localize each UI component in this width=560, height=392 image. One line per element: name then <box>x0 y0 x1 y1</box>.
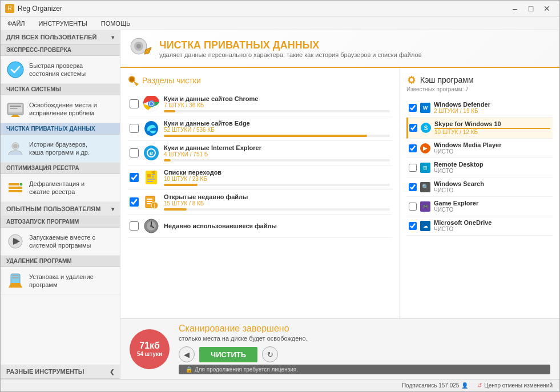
wsearch-name: Windows Search <box>434 180 550 187</box>
sidebar-section-uninstall: УДАЛЕНИЕ ПРОГРАММ <box>1 256 120 267</box>
page-subtitle: удаляет данные персонального характера, … <box>159 51 422 58</box>
sidebar-item-autorun[interactable]: Запускаемые вместе с системой программы <box>1 228 120 256</box>
menu-help[interactable]: ПОМОЩЬ <box>99 19 133 28</box>
windows-media-player-icon: ▶ <box>420 143 430 153</box>
list-item: Списки переходов 10 ШТУК / 23 КБ <box>127 165 392 190</box>
autorun-icon <box>6 232 25 250</box>
svg-rect-10 <box>9 190 22 192</box>
registry-subtitle: сжатие реестра <box>29 188 84 196</box>
clean-button[interactable]: ЧИСТИТЬ <box>199 347 257 362</box>
svg-rect-4 <box>10 108 18 109</box>
svg-rect-9 <box>9 187 22 189</box>
recentused-checkbox[interactable] <box>130 221 139 231</box>
wsearch-status: ЧИСТО <box>434 187 550 193</box>
list-item: ! Открытые недавно файлы 15 ШТУК / 8 КБ <box>127 190 392 215</box>
jumplists-progress-wrap <box>164 184 390 186</box>
sidebar-item-registry[interactable]: Дефрагментация и сжатие реестра <box>1 174 120 202</box>
undo-center[interactable]: ↺ Центр отмены изменений <box>477 382 553 389</box>
back-button[interactable]: ◀ <box>179 346 195 362</box>
license-bar: 🔒 Для продолжения требуется лицензия. <box>179 365 550 374</box>
right-panel-subtitle: Известных программ: 7 <box>406 86 553 92</box>
express-subtitle: состояния системы <box>29 70 86 78</box>
main-window: R Reg Organizer – □ ✕ ФАЙЛ ИНСТРУМЕНТЫ П… <box>0 0 560 392</box>
onedrive-icon: ☁ <box>420 221 430 231</box>
app-icon: R <box>5 4 14 13</box>
recent-files-icon: ! <box>143 194 159 210</box>
recent-checkbox[interactable] <box>130 197 139 207</box>
sidebar-section-express: ЭКСПРЕСС-ПРОВЕРКА <box>1 45 120 56</box>
jumplists-item-name: Списки переходов <box>164 169 390 176</box>
rd-name: Remote Desktop <box>434 161 550 168</box>
svg-text:e: e <box>150 149 153 156</box>
sidebar-header-advanced[interactable]: ОПЫТНЫМ ПОЛЬЗОВАТЕЛЯМ ▾ <box>1 202 120 216</box>
lock-icon: 🔒 <box>186 366 192 373</box>
od-name: Microsoft OneDrive <box>434 219 550 226</box>
svg-point-24 <box>130 77 134 82</box>
scan-count: 54 штуки <box>137 351 162 357</box>
clean-title: Освобождение места и <box>29 101 97 109</box>
autorun-title: Запускаемые вместе с <box>29 233 95 241</box>
od-checkbox[interactable] <box>409 222 417 230</box>
uninstall-icon <box>6 272 25 290</box>
sidebar-section-autorun: АВТОЗАПУСК ПРОГРАММ <box>1 216 120 228</box>
game-checkbox[interactable] <box>409 203 417 211</box>
wd-checkbox[interactable] <box>409 104 417 112</box>
sidebar-header-all-users[interactable]: ДЛЯ ВСЕХ ПОЛЬЗОВАТЕЛЕЙ ▾ <box>1 30 120 45</box>
sidebar-item-private-data[interactable]: Истории браузеров, кэша программ и др. <box>1 135 120 163</box>
menu-tools[interactable]: ИНСТРУМЕНТЫ <box>37 19 90 28</box>
skype-checkbox[interactable] <box>409 124 417 132</box>
sidebar-item-express[interactable]: Быстрая проверка состояния системы <box>1 56 120 84</box>
svg-rect-36 <box>147 174 151 177</box>
chevron-down-icon: ▾ <box>111 34 114 41</box>
sidebar-section-clean: ЧИСТКА СИСТЕМЫ <box>1 84 120 95</box>
sidebar-item-clean-system[interactable]: Освобождение места и исправление проблем <box>1 95 120 123</box>
ie-checkbox[interactable] <box>130 148 139 157</box>
jumplists-icon <box>143 169 159 185</box>
cache-item: 🎮 Game Explorer ЧИСТО <box>406 197 553 216</box>
recentused-item-name: Недавно использовавшиеся файлы <box>164 223 390 229</box>
list-item: Куки и данные сайтов Edge 52 ШТУКИ / 536… <box>127 116 392 141</box>
content-header: ЧИСТКА ПРИВАТНЫХ ДАННЫХ удаляет данные п… <box>120 30 559 68</box>
svg-rect-42 <box>147 199 152 200</box>
svg-rect-3 <box>10 106 21 107</box>
cache-item: ☁ Microsoft OneDrive ЧИСТО <box>406 216 553 236</box>
sidebar-item-uninstall[interactable]: Установка и удаление программ <box>1 267 120 295</box>
close-button[interactable]: ✕ <box>539 1 555 17</box>
wmp-checkbox[interactable] <box>409 144 417 152</box>
svg-rect-39 <box>147 179 155 180</box>
content-header-icon <box>130 37 152 60</box>
recent-item-count: 15 ШТУК / 8 КБ <box>164 200 390 207</box>
svg-marker-5 <box>11 115 20 117</box>
chrome-item-name: Куки и данные сайтов Chrome <box>164 95 390 102</box>
refresh-button[interactable]: ↻ <box>262 346 278 362</box>
rd-checkbox[interactable] <box>409 164 417 172</box>
edge-checkbox[interactable] <box>130 124 139 133</box>
minimize-button[interactable]: – <box>507 1 523 17</box>
wmp-name: Windows Media Player <box>434 142 550 148</box>
svg-rect-44 <box>147 203 151 204</box>
scan-circle: 71кб 54 штуки <box>130 329 170 369</box>
skype-name: Skype for Windows 10 <box>434 120 550 129</box>
maximize-button[interactable]: □ <box>523 1 539 17</box>
ie-icon: e <box>143 145 159 161</box>
jumplists-checkbox[interactable] <box>130 173 139 182</box>
private-data-icon <box>6 139 25 157</box>
menu-file[interactable]: ФАЙЛ <box>5 19 27 28</box>
undo-icon: ↺ <box>477 382 482 389</box>
edge-item-count: 52 ШТУКИ / 536 КБ <box>164 127 390 133</box>
clean-system-icon <box>6 100 25 118</box>
sidebar-misc-tools[interactable]: РАЗНЫЕ ИНСТРУМЕНТЫ ❮ <box>1 365 120 379</box>
chevron-advanced-icon: ▾ <box>111 206 114 212</box>
windows-search-icon: 🔍 <box>420 182 430 192</box>
wsearch-checkbox[interactable] <box>409 183 417 191</box>
recently-used-icon <box>143 218 159 234</box>
chrome-checkbox[interactable] <box>130 99 139 108</box>
uninstall-subtitle: программ <box>29 281 94 289</box>
menu-bar: ФАЙЛ ИНСТРУМЕНТЫ ПОМОЩЬ <box>1 17 559 30</box>
scan-title: Сканирование завершено <box>179 324 550 334</box>
svg-rect-16 <box>12 275 19 276</box>
svg-rect-37 <box>152 174 155 175</box>
scan-actions: ◀ ЧИСТИТЬ ↻ <box>179 346 550 362</box>
left-panel-icon <box>127 75 139 86</box>
wmp-status: ЧИСТО <box>434 148 550 155</box>
